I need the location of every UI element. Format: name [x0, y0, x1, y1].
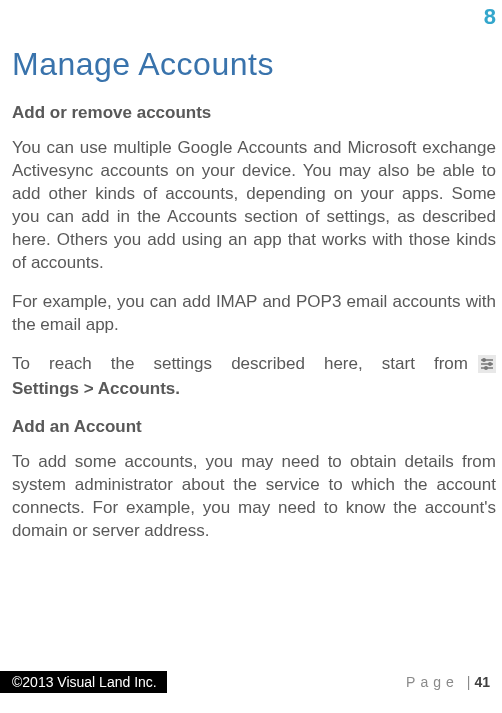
paragraph-intro: You can use multiple Google Accounts and… — [12, 137, 496, 275]
paragraph-example: For example, you can add IMAP and POP3 e… — [12, 291, 496, 337]
paragraph-add-account: To add some accounts, you may need to ob… — [12, 451, 496, 543]
svg-point-6 — [484, 366, 488, 370]
footer-page-number: 41 — [474, 674, 502, 690]
settings-slider-icon — [478, 355, 496, 373]
page-title: Manage Accounts — [12, 46, 496, 83]
settings-instruction-text: To reach the settings described here, st… — [12, 353, 468, 376]
footer-page-label: Page — [406, 674, 463, 690]
page-content: Manage Accounts Add or remove accounts Y… — [0, 0, 502, 543]
section-heading-add-remove: Add or remove accounts — [12, 103, 496, 123]
svg-point-2 — [482, 358, 486, 362]
svg-point-4 — [488, 362, 492, 366]
section-heading-add-account: Add an Account — [12, 417, 496, 437]
settings-instruction-block: To reach the settings described here, st… — [12, 353, 496, 400]
footer-copyright: ©2013 Visual Land Inc. — [0, 671, 167, 693]
footer-divider: | — [463, 674, 475, 690]
corner-page-number: 8 — [484, 4, 496, 30]
page-footer: ©2013 Visual Land Inc. Page | 41 — [0, 671, 502, 693]
settings-breadcrumb: Settings > Accounts. — [12, 379, 496, 399]
